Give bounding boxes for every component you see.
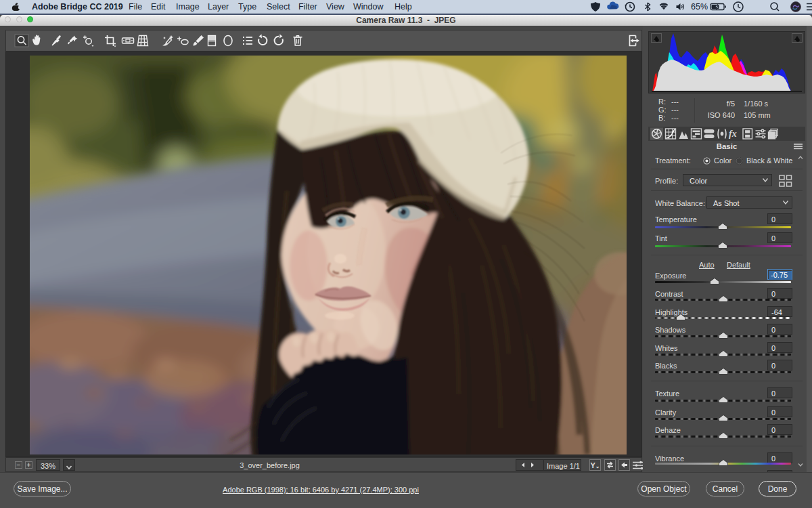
svg-text:fx: fx <box>729 129 737 139</box>
